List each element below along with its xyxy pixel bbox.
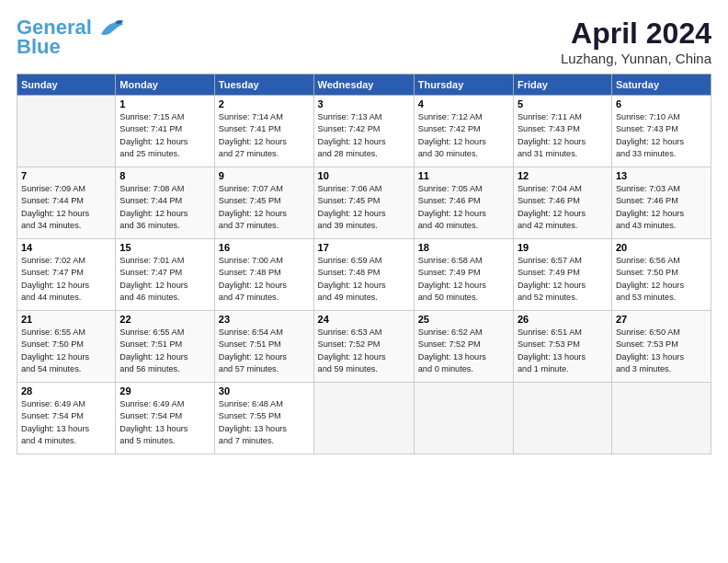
day-cell: 2Sunrise: 7:14 AMSunset: 7:41 PMDaylight…: [214, 96, 313, 167]
day-info: Sunrise: 7:10 AMSunset: 7:43 PMDaylight:…: [616, 111, 707, 160]
day-number: 1: [119, 98, 210, 109]
day-number: 10: [318, 170, 410, 181]
day-info: Sunrise: 6:53 AMSunset: 7:52 PMDaylight:…: [318, 327, 410, 375]
day-number: 18: [418, 242, 509, 253]
day-cell: 15Sunrise: 7:01 AMSunset: 7:47 PMDayligh…: [116, 239, 215, 311]
weekday-header-tuesday: Tuesday: [214, 75, 313, 96]
day-info: Sunrise: 7:15 AMSunset: 7:41 PMDaylight:…: [119, 111, 210, 160]
day-cell: 28Sunrise: 6:49 AMSunset: 7:54 PMDayligh…: [17, 383, 116, 454]
day-cell: [513, 383, 611, 454]
day-info: Sunrise: 6:55 AMSunset: 7:50 PMDaylight:…: [21, 327, 111, 375]
day-number: 21: [21, 314, 111, 325]
week-row-5: 28Sunrise: 6:49 AMSunset: 7:54 PMDayligh…: [17, 383, 711, 454]
day-cell: 9Sunrise: 7:07 AMSunset: 7:45 PMDaylight…: [214, 167, 313, 239]
day-number: 13: [616, 170, 707, 181]
weekday-header-wednesday: Wednesday: [313, 75, 414, 96]
day-cell: 23Sunrise: 6:54 AMSunset: 7:51 PMDayligh…: [214, 311, 313, 383]
day-cell: [611, 383, 711, 454]
day-number: 28: [21, 385, 111, 396]
day-cell: 29Sunrise: 6:49 AMSunset: 7:54 PMDayligh…: [116, 383, 215, 454]
calendar-subtitle: Luzhang, Yunnan, China: [561, 51, 711, 66]
day-info: Sunrise: 7:13 AMSunset: 7:42 PMDaylight:…: [318, 111, 410, 160]
day-cell: 5Sunrise: 7:11 AMSunset: 7:43 PMDaylight…: [513, 96, 611, 167]
day-number: 9: [219, 170, 310, 181]
day-info: Sunrise: 6:48 AMSunset: 7:55 PMDaylight:…: [219, 398, 310, 447]
day-cell: 13Sunrise: 7:03 AMSunset: 7:46 PMDayligh…: [611, 167, 711, 239]
logo: General Blue: [17, 17, 125, 59]
day-info: Sunrise: 6:49 AMSunset: 7:54 PMDaylight:…: [119, 398, 210, 447]
day-cell: 19Sunrise: 6:57 AMSunset: 7:49 PMDayligh…: [513, 239, 611, 311]
weekday-header-saturday: Saturday: [611, 75, 711, 96]
day-info: Sunrise: 7:01 AMSunset: 7:47 PMDaylight:…: [119, 255, 210, 304]
day-info: Sunrise: 6:52 AMSunset: 7:52 PMDaylight:…: [418, 327, 509, 375]
day-number: 24: [318, 314, 410, 325]
day-info: Sunrise: 6:57 AMSunset: 7:49 PMDaylight:…: [518, 255, 608, 304]
week-row-4: 21Sunrise: 6:55 AMSunset: 7:50 PMDayligh…: [17, 311, 711, 383]
day-number: 15: [119, 242, 210, 253]
day-info: Sunrise: 7:12 AMSunset: 7:42 PMDaylight:…: [418, 111, 509, 160]
day-number: 6: [616, 98, 707, 109]
day-cell: 27Sunrise: 6:50 AMSunset: 7:53 PMDayligh…: [611, 311, 711, 383]
day-cell: 14Sunrise: 7:02 AMSunset: 7:47 PMDayligh…: [17, 239, 116, 311]
day-number: 7: [21, 170, 111, 181]
day-number: 20: [616, 242, 707, 253]
day-number: 4: [418, 98, 509, 109]
weekday-header-sunday: Sunday: [17, 75, 116, 96]
day-number: 19: [518, 242, 608, 253]
day-number: 29: [119, 385, 210, 396]
day-number: 17: [318, 242, 410, 253]
day-cell: 12Sunrise: 7:04 AMSunset: 7:46 PMDayligh…: [513, 167, 611, 239]
day-cell: 22Sunrise: 6:55 AMSunset: 7:51 PMDayligh…: [116, 311, 215, 383]
day-cell: 20Sunrise: 6:56 AMSunset: 7:50 PMDayligh…: [611, 239, 711, 311]
day-number: 14: [21, 242, 111, 253]
day-cell: 30Sunrise: 6:48 AMSunset: 7:55 PMDayligh…: [214, 383, 313, 454]
day-info: Sunrise: 6:56 AMSunset: 7:50 PMDaylight:…: [616, 255, 707, 304]
day-number: 25: [418, 314, 509, 325]
week-row-2: 7Sunrise: 7:09 AMSunset: 7:44 PMDaylight…: [17, 167, 711, 239]
day-number: 3: [318, 98, 410, 109]
week-row-1: 1Sunrise: 7:15 AMSunset: 7:41 PMDaylight…: [17, 96, 711, 167]
day-cell: 24Sunrise: 6:53 AMSunset: 7:52 PMDayligh…: [313, 311, 414, 383]
weekday-header-monday: Monday: [116, 75, 215, 96]
title-block: April 2024 Luzhang, Yunnan, China: [561, 17, 711, 66]
day-number: 26: [518, 314, 608, 325]
day-cell: 11Sunrise: 7:05 AMSunset: 7:46 PMDayligh…: [414, 167, 513, 239]
day-cell: 21Sunrise: 6:55 AMSunset: 7:50 PMDayligh…: [17, 311, 116, 383]
day-cell: 10Sunrise: 7:06 AMSunset: 7:45 PMDayligh…: [313, 167, 414, 239]
header-row: General Blue April 2024 Luzhang, Yunnan,…: [17, 17, 711, 66]
day-info: Sunrise: 6:49 AMSunset: 7:54 PMDaylight:…: [21, 398, 111, 447]
day-info: Sunrise: 6:54 AMSunset: 7:51 PMDaylight:…: [219, 327, 310, 375]
day-number: 12: [518, 170, 608, 181]
day-cell: 4Sunrise: 7:12 AMSunset: 7:42 PMDaylight…: [414, 96, 513, 167]
weekday-header-row: SundayMondayTuesdayWednesdayThursdayFrid…: [17, 75, 711, 96]
day-cell: [414, 383, 513, 454]
day-number: 5: [518, 98, 608, 109]
day-cell: 18Sunrise: 6:58 AMSunset: 7:49 PMDayligh…: [414, 239, 513, 311]
day-number: 30: [219, 385, 310, 396]
day-cell: 7Sunrise: 7:09 AMSunset: 7:44 PMDaylight…: [17, 167, 116, 239]
day-cell: [313, 383, 414, 454]
day-info: Sunrise: 6:55 AMSunset: 7:51 PMDaylight:…: [119, 327, 210, 375]
day-info: Sunrise: 7:06 AMSunset: 7:45 PMDaylight:…: [318, 183, 410, 232]
day-cell: 17Sunrise: 6:59 AMSunset: 7:48 PMDayligh…: [313, 239, 414, 311]
day-cell: 3Sunrise: 7:13 AMSunset: 7:42 PMDaylight…: [313, 96, 414, 167]
day-info: Sunrise: 7:05 AMSunset: 7:46 PMDaylight:…: [418, 183, 509, 232]
day-info: Sunrise: 7:07 AMSunset: 7:45 PMDaylight:…: [219, 183, 310, 232]
day-cell: [17, 96, 116, 167]
weekday-header-thursday: Thursday: [414, 75, 513, 96]
day-info: Sunrise: 7:11 AMSunset: 7:43 PMDaylight:…: [518, 111, 608, 160]
day-number: 11: [418, 170, 509, 181]
day-number: 16: [219, 242, 310, 253]
day-info: Sunrise: 7:04 AMSunset: 7:46 PMDaylight:…: [518, 183, 608, 232]
calendar-container: General Blue April 2024 Luzhang, Yunnan,…: [0, 0, 728, 464]
day-cell: 6Sunrise: 7:10 AMSunset: 7:43 PMDaylight…: [611, 96, 711, 167]
day-info: Sunrise: 7:03 AMSunset: 7:46 PMDaylight:…: [616, 183, 707, 232]
weekday-header-friday: Friday: [513, 75, 611, 96]
day-number: 23: [219, 314, 310, 325]
logo-bird-icon: [99, 18, 125, 39]
day-info: Sunrise: 6:59 AMSunset: 7:48 PMDaylight:…: [318, 255, 410, 304]
day-info: Sunrise: 6:58 AMSunset: 7:49 PMDaylight:…: [418, 255, 509, 304]
day-cell: 8Sunrise: 7:08 AMSunset: 7:44 PMDaylight…: [116, 167, 215, 239]
day-info: Sunrise: 7:00 AMSunset: 7:48 PMDaylight:…: [219, 255, 310, 304]
calendar-table: SundayMondayTuesdayWednesdayThursdayFrid…: [17, 74, 711, 454]
